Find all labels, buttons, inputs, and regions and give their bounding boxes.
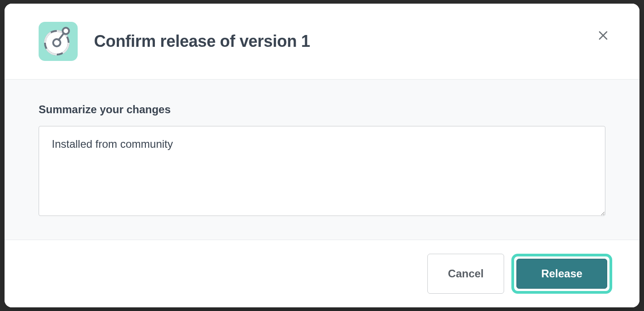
summary-label: Summarize your changes (39, 103, 605, 116)
summary-textarea[interactable] (39, 126, 605, 216)
cancel-button[interactable]: Cancel (427, 254, 504, 294)
close-button[interactable] (594, 26, 612, 45)
release-confirm-modal: Confirm release of version 1 Summarize y… (5, 4, 639, 307)
modal-overlay: Confirm release of version 1 Summarize y… (0, 0, 644, 311)
release-button[interactable]: Release (516, 259, 607, 289)
modal-header: Confirm release of version 1 (5, 4, 639, 79)
modal-body: Summarize your changes (5, 79, 639, 240)
svg-point-3 (63, 28, 69, 34)
modal-footer: Cancel Release (5, 240, 639, 307)
close-icon (598, 30, 609, 41)
release-icon (39, 22, 78, 61)
release-highlight: Release (511, 254, 612, 294)
modal-title: Confirm release of version 1 (94, 32, 310, 51)
